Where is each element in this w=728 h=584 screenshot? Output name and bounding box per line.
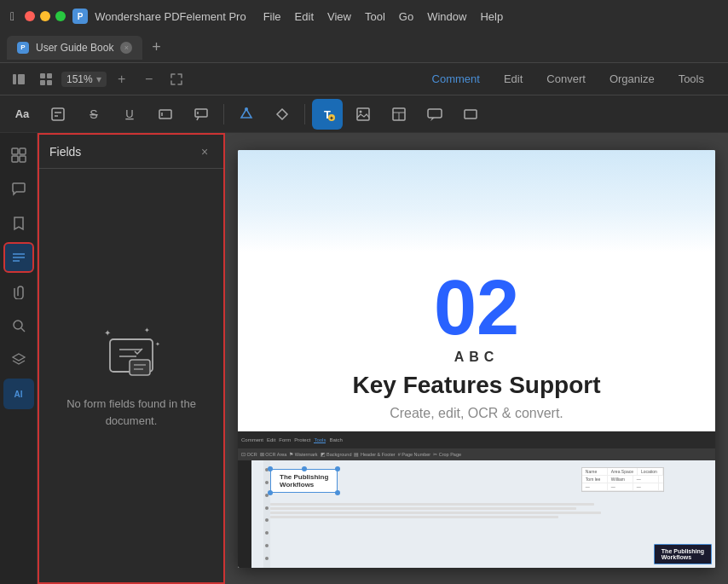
apple-icon:  [10,9,14,23]
text-font-tool[interactable]: Aa [7,99,38,130]
mini-tool-ocr-area: ⊠ OCR Area [260,452,287,457]
mini-dot [265,506,269,510]
svg-text:✦: ✦ [329,115,334,121]
new-tab-button[interactable]: + [146,38,166,58]
menu-file[interactable]: File [263,10,281,23]
close-button[interactable] [25,11,35,21]
menu-edit[interactable]: Edit [295,10,314,23]
table-tool[interactable] [384,99,414,130]
text-box-tool[interactable] [150,99,181,130]
publishing-card: The PublishingWorkflows [270,469,338,493]
tab-convert[interactable]: Convert [536,69,596,89]
fit-page-button[interactable] [165,67,188,91]
layers-panel-button[interactable] [3,344,34,375]
publishing-card-selected: The PublishingWorkflows [270,469,338,493]
ai-panel-button[interactable]: AI [3,379,34,409]
fields-empty-text: No form fields found in the document. [56,396,206,429]
mini-table: Name Area Space Location Tom lee William… [581,467,664,492]
svg-rect-1 [18,74,25,84]
text-select-tool[interactable] [43,99,73,130]
tab-bar: P User Guide Book × + [0,32,728,63]
highlight-tool[interactable] [231,99,262,130]
comment-box-tool[interactable] [419,99,450,130]
document-area[interactable]: 02 ABC Key Features Support Create, edit… [225,133,728,584]
bookmarks-panel-button[interactable] [3,208,34,239]
tab-close-button[interactable]: × [120,42,132,54]
svg-point-34 [14,321,22,329]
fields-panel: Fields × ✦ ✦ ✦ [38,133,225,584]
fields-empty-icon: ✦ ✦ ✦ [97,322,165,382]
menu-go[interactable]: Go [399,10,413,23]
underline-tool[interactable]: U [114,99,145,130]
sidebar-icons: AI [0,133,38,584]
menu-window[interactable]: Window [427,10,466,23]
tab-organize[interactable]: Organize [599,69,665,89]
svg-rect-27 [12,148,18,154]
tab-label: User Guide Book [36,42,113,54]
tab-logo: P [17,42,29,54]
menu-tool[interactable]: Tool [365,10,385,23]
svg-rect-20 [357,108,369,120]
fields-title: Fields [49,145,196,159]
mini-tab-tools: Tools [314,437,326,443]
search-panel-button[interactable] [3,310,34,341]
publishing-card-dark: The PublishingWorkflows [654,544,712,564]
svg-text:✦: ✦ [155,341,160,347]
zoom-in-button[interactable]: + [110,67,134,91]
svg-rect-4 [40,80,45,85]
attachments-panel-button[interactable] [3,276,34,307]
zoom-out-button[interactable]: − [137,67,161,91]
mini-text-content [270,503,630,520]
handle-br [335,490,340,495]
document-tab[interactable]: P User Guide Book × [7,36,142,60]
text-edit-tool[interactable]: T✦ [312,99,343,130]
svg-rect-0 [13,74,16,84]
mini-content: The PublishingWorkflows [238,460,715,568]
svg-rect-5 [47,80,52,85]
mini-dot [265,481,269,484]
rectangle-tool[interactable] [455,99,486,130]
svg-rect-3 [47,73,52,78]
svg-rect-42 [130,360,150,375]
thumbnail-panel-button[interactable] [3,140,34,171]
app-logo: P [72,9,88,24]
document-page: 02 ABC Key Features Support Create, edit… [238,150,715,568]
mini-tab-protect: Protect [294,437,310,442]
mini-text-line [270,512,601,514]
image-edit-tool[interactable] [348,99,378,130]
traffic-lights [25,11,66,21]
mini-table-header-row: Name Area Space Location [582,468,663,476]
fields-content: ✦ ✦ ✦ No form fields found in the doc [39,169,223,582]
mini-tool-header-footer: ▤ Header & Footer [354,452,395,457]
eraser-tool[interactable] [267,99,298,130]
tab-comment[interactable]: Comment [422,69,490,89]
mini-text-line [270,503,594,506]
sidebar-toggle-button[interactable] [7,67,31,91]
doc-screenshot: Comment Edit Form Protect Tools Batch ⊡ … [238,431,715,568]
handle-tr [335,466,340,471]
svg-rect-25 [428,109,442,118]
fields-close-button[interactable]: × [196,143,213,160]
fields-panel-button[interactable] [3,242,34,273]
menu-help[interactable]: Help [480,10,503,23]
strikethrough-tool[interactable]: S [78,99,109,130]
menu-view[interactable]: View [327,10,351,23]
nav-tabs: Comment Edit Convert Organize Tools [422,69,714,89]
handle-tm [302,466,307,471]
tab-edit[interactable]: Edit [494,69,533,89]
text-callout-tool[interactable] [186,99,217,130]
svg-point-15 [245,107,248,111]
zoom-dropdown-icon: ▾ [96,73,101,85]
maximize-button[interactable] [55,11,66,21]
mini-table-cell: Location [638,468,663,475]
svg-rect-2 [40,73,45,78]
zoom-control[interactable]: 151% ▾ [61,72,107,87]
tab-tools[interactable]: Tools [668,69,714,89]
mini-tab-edit: Edit [267,437,275,442]
mini-table-row: — — — [582,483,663,491]
minimize-button[interactable] [40,11,50,21]
page-view-button[interactable] [34,67,58,91]
svg-rect-6 [52,108,64,120]
mini-table-cell: — [608,483,633,490]
comments-panel-button[interactable] [3,174,34,205]
